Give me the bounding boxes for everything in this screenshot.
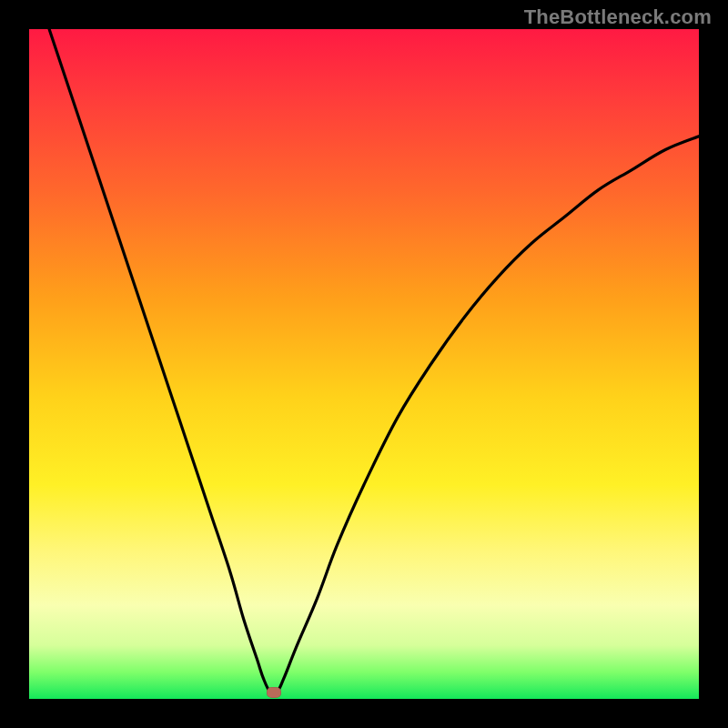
plot-area [29,29,699,699]
chart-frame: TheBottleneck.com [0,0,728,728]
optimal-point-marker [267,687,281,698]
bottleneck-curve [29,29,699,699]
watermark-text: TheBottleneck.com [524,5,712,29]
